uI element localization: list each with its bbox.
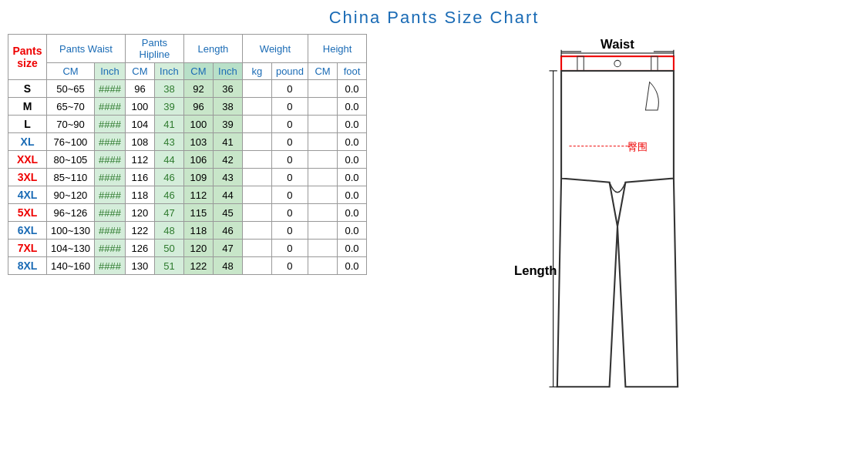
len-inch-cell: 43	[213, 169, 242, 186]
waist-cm-cell: 76~100	[47, 133, 95, 151]
height-cm-cell	[308, 80, 338, 98]
svg-point-6	[614, 60, 621, 66]
svg-rect-5	[651, 56, 658, 71]
height-cm-cell	[308, 222, 338, 240]
size-cell: XL	[8, 133, 47, 151]
waist-cm-cell: 80~105	[47, 151, 95, 169]
waist-cm-cell: 140~160	[47, 257, 95, 275]
kg-cell	[242, 186, 271, 204]
waist-inch-cell: ####	[94, 169, 125, 186]
size-cell: 5XL	[8, 204, 47, 222]
kg-cell	[242, 169, 271, 186]
kg-cell	[242, 98, 271, 116]
height-cm-cell	[308, 116, 338, 133]
len-cm-cell: 115	[183, 204, 213, 222]
kg-cell	[242, 222, 271, 240]
foot-cell: 0.0	[338, 116, 367, 133]
table-row: XXL 80~105 #### 112 44 106 42 0 0.0	[8, 151, 367, 169]
page-title: China Pants Size Chart	[329, 8, 540, 28]
waist-inch-cell: ####	[94, 186, 125, 204]
pound-cell: 0	[271, 80, 308, 98]
foot-cell: 0.0	[338, 169, 367, 186]
kg-cell	[242, 116, 271, 133]
height-cm-cell	[308, 151, 338, 169]
pound-cell: 0	[271, 204, 308, 222]
size-cell: 3XL	[8, 169, 47, 186]
height-cm-cell	[308, 240, 338, 257]
foot-cell: 0.0	[338, 98, 367, 116]
hip-inch-cell: 44	[154, 151, 183, 169]
size-cell: 8XL	[8, 257, 47, 275]
foot-cell: 0.0	[338, 133, 367, 151]
pound-cell: 0	[271, 257, 308, 275]
len-inch-cell: 44	[213, 186, 242, 204]
header-row-2: CM Inch CM Inch CM Inch kg pound CM foot	[8, 63, 367, 80]
size-cell: 6XL	[8, 222, 47, 240]
len-cm-cell: 118	[183, 222, 213, 240]
hip-cm-cell: 126	[125, 240, 154, 257]
hip-cm-cell: 108	[125, 133, 154, 151]
hip-inch-cell: 46	[154, 186, 183, 204]
hip-inch-cell: 38	[154, 80, 183, 98]
foot-cell: 0.0	[338, 240, 367, 257]
len-inch-cell: 42	[213, 151, 242, 169]
waist-cm-cell: 85~110	[47, 169, 95, 186]
hip-inch-cell: 51	[154, 257, 183, 275]
header-height: Height	[308, 35, 367, 63]
svg-text:臀围: 臀围	[627, 142, 648, 152]
hip-inch-cell: 39	[154, 98, 183, 116]
pound-cell: 0	[271, 116, 308, 133]
waist-cm-cell: 50~65	[47, 80, 95, 98]
hip-inch-cell: 48	[154, 222, 183, 240]
header-height-cm: CM	[308, 63, 338, 80]
foot-cell: 0.0	[338, 204, 367, 222]
len-inch-cell: 48	[213, 257, 242, 275]
kg-cell	[242, 257, 271, 275]
waist-inch-cell: ####	[94, 116, 125, 133]
pound-cell: 0	[271, 151, 308, 169]
height-cm-cell	[308, 186, 338, 204]
foot-cell: 0.0	[338, 257, 367, 275]
pound-cell: 0	[271, 186, 308, 204]
waist-cm-cell: 100~130	[47, 222, 95, 240]
height-cm-cell	[308, 257, 338, 275]
header-waist-cm: CM	[47, 63, 95, 80]
table-row: 8XL 140~160 #### 130 51 122 48 0 0.0	[8, 257, 367, 275]
len-inch-cell: 47	[213, 240, 242, 257]
waist-inch-cell: ####	[94, 98, 125, 116]
kg-cell	[242, 151, 271, 169]
height-cm-cell	[308, 133, 338, 151]
waist-cm-cell: 104~130	[47, 240, 95, 257]
waist-inch-cell: ####	[94, 151, 125, 169]
height-cm-cell	[308, 204, 338, 222]
table-row: L 70~90 #### 104 41 100 39 0 0.0	[8, 116, 367, 133]
table-row: 7XL 104~130 #### 126 50 120 47 0 0.0	[8, 240, 367, 257]
len-inch-cell: 36	[213, 80, 242, 98]
foot-cell: 0.0	[338, 151, 367, 169]
len-inch-cell: 39	[213, 116, 242, 133]
len-cm-cell: 122	[183, 257, 213, 275]
pound-cell: 0	[271, 240, 308, 257]
len-cm-cell: 106	[183, 151, 213, 169]
hip-cm-cell: 104	[125, 116, 154, 133]
pound-cell: 0	[271, 133, 308, 151]
content-area: Pantssize Pants Waist PantsHipline Lengt…	[8, 34, 860, 419]
waist-cm-cell: 90~120	[47, 186, 95, 204]
len-inch-cell: 38	[213, 98, 242, 116]
len-cm-cell: 96	[183, 98, 213, 116]
hip-inch-cell: 50	[154, 240, 183, 257]
header-length: Length	[183, 35, 242, 63]
len-inch-cell: 41	[213, 133, 242, 151]
svg-text:Waist: Waist	[601, 37, 634, 52]
foot-cell: 0.0	[338, 186, 367, 204]
len-cm-cell: 92	[183, 80, 213, 98]
hip-cm-cell: 116	[125, 169, 154, 186]
hip-inch-cell: 41	[154, 116, 183, 133]
page-container: China Pants Size Chart Pantssize Pants W…	[0, 0, 868, 459]
size-cell: XXL	[8, 151, 47, 169]
size-cell: 4XL	[8, 186, 47, 204]
hip-cm-cell: 100	[125, 98, 154, 116]
pants-diagram: Waist	[510, 34, 725, 419]
hip-cm-cell: 122	[125, 222, 154, 240]
header-pound: pound	[271, 63, 308, 80]
